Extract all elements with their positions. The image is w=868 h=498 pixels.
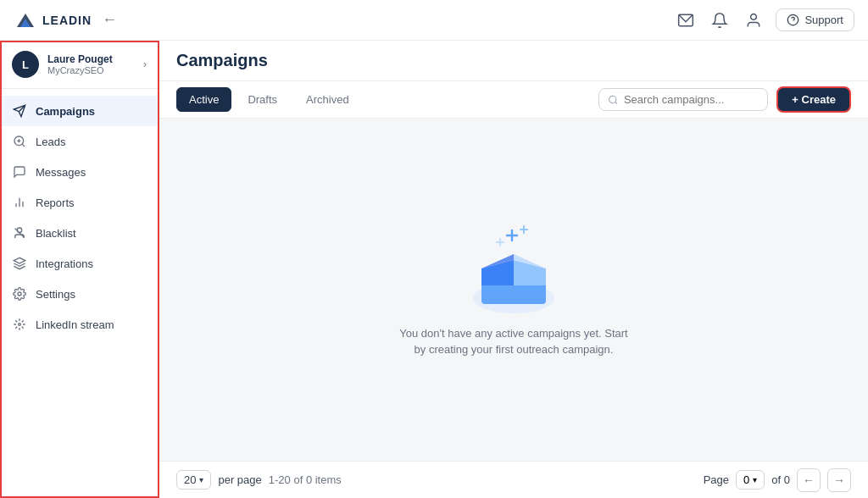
user-info: Laure Pouget MyCrazySEO — [47, 53, 135, 75]
create-button[interactable]: + Create — [776, 86, 851, 113]
back-button[interactable]: ← — [102, 11, 117, 29]
sidebar-item-blacklist[interactable]: Blacklist — [0, 218, 159, 248]
tab-drafts[interactable]: Drafts — [235, 87, 290, 112]
header-left: LEADIN ← — [14, 8, 117, 32]
chevron-down-icon: ▾ — [199, 475, 203, 484]
sidebar-item-campaigns[interactable]: Campaigns — [0, 96, 159, 126]
logo-text: LEADIN — [42, 14, 92, 27]
tabs-left: Active Drafts Archived — [176, 87, 362, 112]
search-input[interactable] — [624, 93, 759, 106]
sidebar-item-integrations[interactable]: Integrations — [0, 248, 159, 279]
logo-area: LEADIN — [14, 8, 92, 32]
page-label: Page — [704, 473, 729, 486]
top-header: LEADIN ← — [0, 0, 868, 41]
campaigns-icon — [12, 103, 27, 119]
sidebar-item-messages[interactable]: Messages — [0, 157, 159, 187]
tab-active[interactable]: Active — [176, 87, 231, 112]
empty-state: You don't have any active campaigns yet.… — [399, 222, 627, 358]
tab-archived[interactable]: Archived — [293, 87, 362, 112]
svg-line-11 — [15, 229, 25, 238]
pagination-right: Page 0 ▾ of 0 ← → — [704, 468, 851, 492]
of-total: of 0 — [771, 473, 790, 486]
sidebar-nav: Campaigns Leads Messag — [0, 89, 159, 498]
chevron-right-icon: › — [143, 58, 147, 70]
tabs-right: + Create — [598, 86, 851, 113]
svg-point-13 — [19, 324, 21, 326]
settings-icon — [12, 286, 27, 302]
header-right: Support — [674, 8, 854, 32]
empty-text: You don't have any active campaigns yet.… — [399, 325, 627, 358]
integrations-icon — [12, 256, 27, 271]
per-page-select[interactable]: 20 ▾ — [176, 470, 211, 490]
sidebar-item-settings[interactable]: Settings — [0, 279, 159, 309]
sidebar-item-linkedin-stream[interactable]: LinkedIn stream — [0, 309, 159, 340]
main-content: You don't have any active campaigns yet.… — [159, 119, 868, 461]
content-area: Campaigns Active Drafts Archived + Creat… — [159, 41, 868, 498]
page-number-select[interactable]: 0 ▾ — [736, 470, 765, 490]
svg-point-14 — [609, 96, 616, 102]
sidebar-user[interactable]: L Laure Pouget MyCrazySEO › — [0, 41, 159, 89]
items-range: 1-20 of 0 items — [269, 473, 342, 486]
search-icon — [608, 94, 619, 106]
user-subtitle: MyCrazySEO — [47, 65, 135, 75]
avatar: L — [12, 51, 39, 78]
user-name: Laure Pouget — [47, 53, 135, 65]
page-title: Campaigns — [176, 51, 268, 70]
svg-point-12 — [18, 292, 21, 296]
page-title-area: Campaigns — [176, 51, 268, 70]
empty-illustration — [463, 222, 565, 315]
sidebar-item-reports[interactable]: Reports — [0, 187, 159, 218]
bell-icon[interactable] — [708, 8, 732, 32]
sidebar-item-leads[interactable]: Leads — [0, 126, 159, 157]
pagination-bar: 20 ▾ per page 1-20 of 0 items Page 0 ▾ o… — [159, 461, 868, 498]
chevron-down-icon: ▾ — [753, 475, 757, 484]
next-page-button[interactable]: → — [827, 468, 851, 492]
svg-line-15 — [615, 102, 617, 103]
per-page-label: per page — [218, 473, 261, 486]
search-box[interactable] — [598, 88, 768, 111]
content-header: Campaigns — [159, 41, 868, 81]
svg-point-3 — [751, 14, 757, 19]
sidebar: L Laure Pouget MyCrazySEO › Campaigns — [0, 41, 159, 498]
leadin-logo-icon — [14, 8, 37, 32]
linkedin-stream-icon — [12, 317, 27, 332]
per-page-section: 20 ▾ per page 1-20 of 0 items — [176, 470, 342, 490]
support-button[interactable]: Support — [776, 8, 854, 31]
mail-icon[interactable] — [674, 8, 698, 32]
prev-page-button[interactable]: ← — [797, 468, 821, 492]
blacklist-icon — [12, 225, 27, 241]
main-layout: L Laure Pouget MyCrazySEO › Campaigns — [0, 41, 868, 498]
support-icon — [787, 14, 799, 26]
messages-icon — [12, 164, 27, 180]
tabs-bar: Active Drafts Archived + Create — [159, 81, 868, 119]
leads-icon — [12, 134, 27, 149]
reports-icon — [12, 195, 27, 210]
user-icon[interactable] — [742, 8, 765, 32]
